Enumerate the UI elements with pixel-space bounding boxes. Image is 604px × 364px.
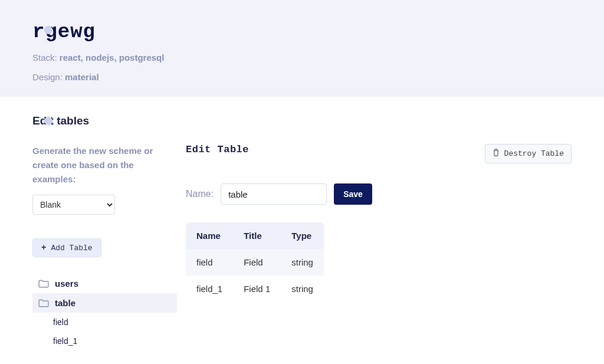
trash-icon — [493, 149, 500, 159]
scheme-select[interactable]: Blank — [32, 195, 115, 215]
folder-icon — [38, 280, 49, 288]
tree-item-field-1[interactable]: field_1 — [32, 332, 177, 350]
table-name-input[interactable] — [221, 183, 327, 205]
add-table-button[interactable]: + Add Table — [32, 238, 101, 257]
plus-icon: + — [41, 243, 46, 252]
project-title: rgewg — [32, 21, 604, 43]
destroy-table-button[interactable]: Destroy Table — [485, 144, 572, 163]
add-table-label: Add Table — [51, 244, 92, 252]
table-header-row: Name Title Type — [186, 222, 324, 249]
tree-label: field — [53, 317, 68, 327]
tree-label: field_1 — [53, 336, 77, 346]
section-bullet — [44, 117, 52, 125]
tree-label: table — [55, 298, 76, 308]
col-title: Title — [233, 222, 281, 249]
table-row[interactable]: field_1 Field 1 string — [186, 276, 324, 302]
design-line: Design: material — [32, 72, 604, 82]
folder-icon — [38, 299, 49, 307]
table-tree: users table field field_1 — [32, 274, 177, 350]
edit-table-title: Edit Table — [186, 144, 249, 155]
save-button[interactable]: Save — [334, 183, 372, 205]
fields-table: Name Title Type field Field string field… — [186, 222, 324, 302]
col-name: Name — [186, 222, 233, 249]
name-label: Name: — [186, 189, 214, 199]
tree-item-users[interactable]: users — [32, 274, 177, 293]
stack-line: Stack: react, nodejs, postgresql — [32, 53, 604, 63]
table-row[interactable]: field Field string — [186, 249, 324, 276]
tree-item-field[interactable]: field — [32, 313, 177, 332]
col-type: Type — [281, 222, 324, 249]
section-title: Edit tables — [32, 114, 604, 127]
header-bullet — [44, 26, 52, 34]
scheme-instruction: Generate the new scheme or create one ba… — [32, 144, 177, 186]
tree-label: users — [55, 278, 78, 288]
destroy-table-label: Destroy Table — [504, 149, 564, 158]
tree-item-table[interactable]: table — [32, 293, 177, 313]
